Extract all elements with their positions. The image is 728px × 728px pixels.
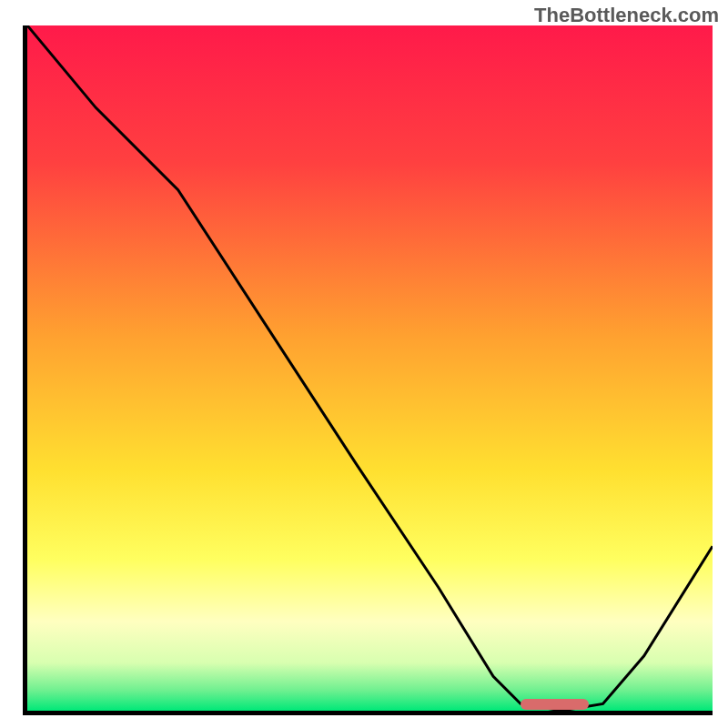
plot-area <box>23 25 713 715</box>
watermark-text: TheBottleneck.com <box>534 4 719 27</box>
curve-line <box>27 25 713 711</box>
optimal-marker <box>521 699 589 710</box>
chart-container: TheBottleneck.com <box>0 0 728 728</box>
